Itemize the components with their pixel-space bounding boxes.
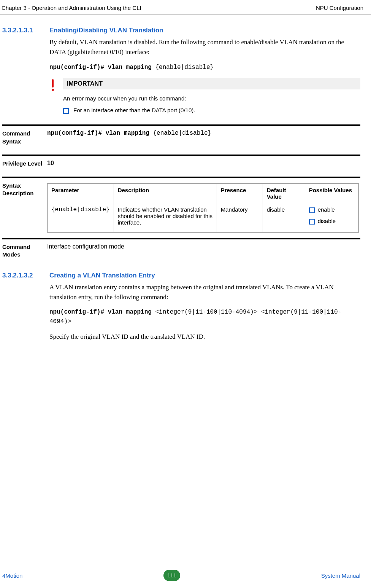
table-row: {enable|disable} Indicates whether VLAN … (48, 203, 359, 233)
row-label: Command Modes (2, 243, 47, 259)
important-icon (49, 78, 56, 91)
row-value: Parameter Description Presence Default V… (47, 182, 359, 233)
col-possible: Possible Values (305, 184, 358, 203)
command-args: {enable|disable} (155, 64, 214, 71)
possible-value: enable (318, 206, 335, 213)
section-title: Enabling/Disabling VLAN Translation (49, 27, 163, 34)
row-value: npu(config-if)# vlan mapping {enable|dis… (47, 130, 211, 137)
command-bold: npu(config-if)# vlan mapping (47, 130, 153, 137)
row-label: Syntax Description (2, 182, 47, 198)
command-modes-row: Command Modes Interface configuration mo… (2, 238, 360, 268)
syntax-table: Parameter Description Presence Default V… (47, 183, 359, 233)
syntax-desc-row: Syntax Description Parameter Description… (2, 177, 360, 238)
page-footer: 4Motion 111 System Manual (0, 570, 371, 581)
row-value: Interface configuration mode (47, 243, 124, 250)
body-paragraph: A VLAN translation entry contains a mapp… (49, 282, 360, 303)
body-paragraph: Specify the original VLAN ID and the tra… (49, 332, 360, 342)
svg-point-1 (52, 89, 54, 91)
command-bold: npu(config-if)# vlan mapping (49, 64, 155, 71)
privilege-value: 10 (47, 160, 54, 166)
body-paragraph: By default, VLAN translation is disabled… (49, 37, 360, 57)
important-callout: IMPORTANT An error may occur when you ru… (49, 78, 360, 114)
bullet-icon (309, 207, 315, 213)
svg-rect-0 (52, 79, 54, 88)
col-presence: Presence (217, 184, 263, 203)
possible-value: disable (318, 218, 336, 224)
row-label: Command Syntax (2, 130, 47, 145)
section-number: 3.3.2.1.3.2 (2, 272, 40, 279)
section-number: 3.3.2.1.3.1 (2, 27, 40, 34)
command-syntax-row: Command Syntax npu(config-if)# vlan mapp… (2, 124, 360, 155)
list-item: enable (309, 206, 355, 213)
row-value: 10 (47, 160, 54, 167)
bullet-icon (63, 108, 69, 114)
table-header-row: Parameter Description Presence Default V… (48, 184, 359, 203)
command-line: npu(config-if)# vlan mapping {enable|dis… (49, 63, 360, 72)
section-title: Creating a VLAN Translation Entry (49, 272, 155, 279)
important-text: An error may occur when you run this com… (63, 95, 360, 102)
col-default: Default Value (263, 184, 305, 203)
cell-possible: enable disable (305, 203, 358, 233)
page-number-badge: 111 (163, 570, 180, 581)
bullet-icon (309, 219, 315, 225)
header-left: Chapter 3 - Operation and Administration… (2, 5, 141, 11)
command-bold: npu(config-if)# vlan mapping (49, 309, 155, 316)
definition-list: Command Syntax npu(config-if)# vlan mapp… (2, 124, 360, 268)
footer-right: System Manual (321, 572, 360, 579)
col-parameter: Parameter (48, 184, 114, 203)
important-heading: IMPORTANT (63, 78, 360, 89)
bullet-text: For an interface other than the DATA por… (73, 107, 195, 113)
list-item: disable (309, 218, 355, 225)
section-heading: 3.3.2.1.3.2 Creating a VLAN Translation … (2, 272, 360, 279)
footer-left: 4Motion (2, 572, 22, 579)
important-bullets: For an interface other than the DATA por… (63, 107, 360, 114)
row-label: Privilege Level (2, 160, 47, 167)
page-content: 3.3.2.1.3.1 Enabling/Disabling VLAN Tran… (0, 27, 371, 342)
cell-presence: Mandatory (217, 203, 263, 233)
list-item: For an interface other than the DATA por… (63, 107, 360, 114)
section-heading: 3.3.2.1.3.1 Enabling/Disabling VLAN Tran… (2, 27, 360, 34)
command-line: npu(config-if)# vlan mapping <integer(9|… (49, 308, 360, 327)
privilege-row: Privilege Level 10 (2, 155, 360, 177)
command-args: {enable|disable} (153, 130, 211, 137)
page-header: Chapter 3 - Operation and Administration… (0, 0, 371, 14)
cell-parameter: {enable|disable} (48, 203, 114, 233)
cell-default: disable (263, 203, 305, 233)
cell-description: Indicates whether VLAN translation shoul… (114, 203, 217, 233)
header-right: NPU Configuration (316, 5, 363, 11)
col-description: Description (114, 184, 217, 203)
